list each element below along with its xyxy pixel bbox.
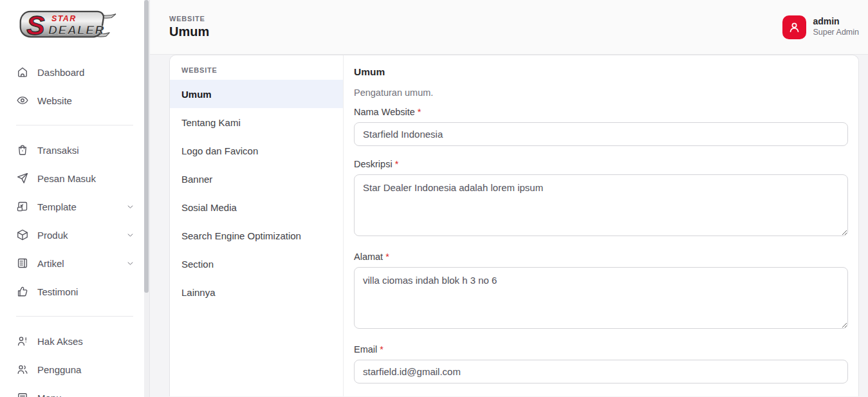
user-exclamation-icon — [16, 335, 29, 347]
chevron-down-icon — [125, 202, 135, 212]
sidebar-item-produk[interactable]: Produk — [0, 221, 149, 249]
sidebar-item-artikel[interactable]: Artikel — [0, 249, 149, 277]
user-role: Super Admin — [813, 28, 859, 38]
article-icon — [16, 257, 29, 270]
field-label: Nama Website * — [354, 107, 848, 117]
logo-dealer-text: DEALER — [48, 23, 105, 37]
eye-icon — [16, 94, 29, 107]
logo-star-text: STAR — [51, 14, 77, 23]
form-title: Umum — [354, 66, 848, 78]
subnav: WEBSITE UmumTentang KamiLogo dan Favicon… — [170, 55, 344, 396]
user-menu[interactable]: admin Super Admin — [782, 15, 859, 39]
form-field-nama-website: Nama Website * — [354, 107, 848, 146]
sidebar-scrollbar-track — [144, 0, 149, 397]
sidebar: S STAR DEALER DashboardWebsiteTransaksiP… — [0, 0, 150, 397]
required-asterisk: * — [383, 252, 389, 262]
form-pane: Umum Pengaturan umum. Nama Website *Desk… — [344, 55, 858, 396]
home-icon — [16, 66, 29, 78]
topbar: WEBSITE Umum admin Super Admin — [150, 0, 868, 55]
package-icon — [16, 228, 29, 241]
settings-card: WEBSITE UmumTentang KamiLogo dan Favicon… — [169, 55, 859, 396]
sidebar-item-pesan-masuk[interactable]: Pesan Masuk — [0, 164, 149, 192]
breadcrumb: WEBSITE — [169, 15, 209, 23]
sidebar-item-label: Produk — [37, 230, 68, 241]
sidebar-divider — [16, 316, 133, 317]
avatar — [782, 15, 806, 39]
sidebar-item-dashboard[interactable]: Dashboard — [0, 58, 149, 86]
subnav-item-umum[interactable]: Umum — [170, 80, 343, 108]
sidebar-scrollbar-thumb[interactable] — [144, 0, 149, 293]
sidebar-item-label: Pengguna — [37, 364, 81, 375]
field-label: Deskripsi * — [354, 159, 848, 169]
shopping-bag-icon — [16, 143, 29, 156]
subnav-item-lainnya[interactable]: Lainnya — [170, 278, 343, 306]
sidebar-item-label: Menu — [37, 392, 62, 397]
app-root: S STAR DEALER DashboardWebsiteTransaksiP… — [0, 0, 868, 397]
logo-s: S — [26, 10, 44, 41]
sidebar-nav: DashboardWebsiteTransaksiPesan MasukTemp… — [0, 44, 149, 397]
required-asterisk: * — [415, 107, 421, 117]
required-asterisk: * — [392, 159, 399, 169]
sidebar-item-website[interactable]: Website — [0, 86, 149, 115]
sidebar-item-label: Transaksi — [37, 145, 78, 156]
sidebar-divider — [16, 125, 133, 125]
send-icon — [16, 172, 29, 185]
form-field-deskripsi: Deskripsi * — [354, 159, 848, 239]
main-area: WEBSITE Umum admin Super Admin — [150, 0, 868, 397]
page-heading: WEBSITE Umum — [169, 15, 209, 39]
field-label-text: Deskripsi — [354, 159, 392, 169]
field-label-text: Alamat — [354, 252, 383, 262]
nama-website-input[interactable] — [354, 122, 848, 146]
page-title: Umum — [169, 24, 209, 39]
sidebar-item-label: Pesan Masuk — [37, 173, 96, 184]
sidebar-item-label: Testimoni — [37, 286, 78, 297]
field-label: Alamat * — [354, 252, 848, 262]
sidebar-item-hak-akses[interactable]: Hak Akses — [0, 327, 149, 355]
form-field-alamat: Alamat * — [354, 252, 848, 331]
sidebar-item-label: Template — [37, 201, 77, 212]
star-dealer-logo[interactable]: S STAR DEALER — [0, 0, 149, 44]
form-fields: Nama Website *Deskripsi *Alamat *Email *… — [354, 107, 848, 396]
sidebar-item-testimoni[interactable]: Testimoni — [0, 277, 149, 306]
alamat-textarea[interactable] — [354, 267, 848, 329]
sidebar-item-label: Artikel — [37, 258, 64, 269]
form-field-email: Email * — [354, 344, 848, 383]
content: WEBSITE UmumTentang KamiLogo dan Favicon… — [150, 55, 868, 397]
chevron-down-icon — [125, 230, 135, 240]
field-label-text: Email — [354, 344, 377, 355]
user-info: admin Super Admin — [813, 16, 859, 37]
sidebar-item-template[interactable]: Template — [0, 192, 149, 221]
form-subtitle: Pengaturan umum. — [354, 88, 848, 98]
deskripsi-textarea[interactable] — [354, 174, 848, 236]
subnav-item-section[interactable]: Section — [170, 250, 343, 278]
sidebar-item-transaksi[interactable]: Transaksi — [0, 136, 149, 164]
sidebar-item-label: Dashboard — [37, 67, 84, 78]
subnav-item-search-engine-optimization[interactable]: Search Engine Optimization — [170, 221, 343, 250]
thumbs-up-icon — [16, 285, 29, 298]
sidebar-item-menu[interactable]: Menu — [0, 383, 149, 397]
sidebar-item-label: Hak Akses — [37, 336, 83, 347]
sidebar-item-label: Website — [37, 95, 72, 106]
field-label-text: Nama Website — [354, 107, 415, 117]
subnav-item-logo-dan-favicon[interactable]: Logo dan Favicon — [170, 136, 343, 165]
subnav-item-banner[interactable]: Banner — [170, 165, 343, 193]
subnav-item-tentang-kami[interactable]: Tentang Kami — [170, 108, 343, 136]
required-asterisk: * — [377, 344, 383, 355]
field-label: Email * — [354, 344, 848, 355]
user-name: admin — [813, 16, 859, 28]
star-dealer-logo-icon: S STAR DEALER — [14, 9, 118, 42]
user-icon — [788, 21, 801, 34]
email-input[interactable] — [354, 360, 848, 383]
sidebar-item-pengguna[interactable]: Pengguna — [0, 355, 149, 383]
subnav-heading: WEBSITE — [170, 55, 343, 80]
subnav-list: UmumTentang KamiLogo dan FaviconBannerSo… — [170, 80, 343, 306]
chevron-down-icon — [125, 259, 135, 268]
layout-icon — [16, 200, 29, 213]
menu-icon — [16, 391, 29, 397]
subnav-item-sosial-media[interactable]: Sosial Media — [170, 193, 343, 221]
users-icon — [16, 363, 29, 376]
